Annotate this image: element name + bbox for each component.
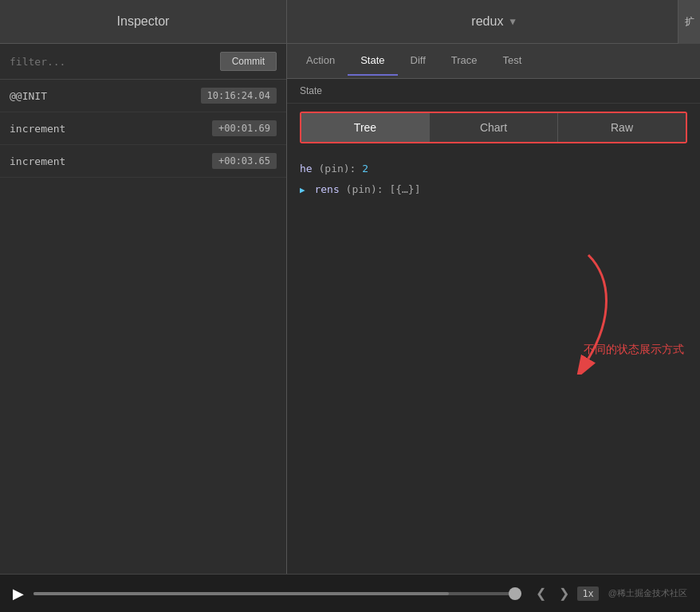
annotation-text: 不同的状态展示方式 [584, 343, 684, 357]
progress-fill [33, 592, 449, 595]
tab-action[interactable]: Action [293, 46, 348, 76]
inspector-title: Inspector [117, 14, 170, 29]
speed-badge[interactable]: 1x [577, 586, 598, 601]
tab-trace[interactable]: Trace [438, 46, 490, 76]
log-name: @@INIT [10, 90, 47, 102]
rens-key: rens [314, 183, 339, 195]
redux-dropdown-arrow[interactable]: ▼ [509, 16, 515, 27]
state-section-label: State [287, 79, 700, 104]
log-time: +00:03.65 [212, 153, 277, 169]
rens-expand-arrow[interactable]: ▶ [300, 185, 305, 195]
log-item[interactable]: increment +00:03.65 [0, 145, 286, 178]
log-time: +00:01.69 [212, 120, 277, 136]
play-button[interactable]: ▶ [13, 585, 24, 602]
tab-diff[interactable]: Diff [398, 46, 438, 76]
state-content: he (pin): 2 ▶ rens (pin): [{…}] [287, 151, 700, 574]
log-name: increment [10, 123, 65, 135]
rens-pin: (pin): [346, 183, 390, 195]
tab-state[interactable]: State [348, 46, 397, 76]
he-pin: (pin): [318, 163, 362, 175]
sub-tab-bar: TreeChartRaw [300, 112, 687, 143]
progress-bar[interactable] [33, 592, 521, 595]
filter-bar: Commit [0, 44, 286, 80]
left-panel: Commit @@INIT 10:16:24.04 increment +00:… [0, 44, 287, 574]
expand-panel-button[interactable]: 扩 [678, 0, 700, 44]
main-content: Commit @@INIT 10:16:24.04 increment +00:… [0, 44, 700, 574]
nav-controls: ❮ ❯ 1x [531, 584, 598, 602]
progress-thumb[interactable] [509, 587, 521, 600]
redux-title: redux [471, 14, 503, 29]
sub-tab-raw[interactable]: Raw [558, 113, 686, 142]
top-bar: Inspector redux ▼ 扩 [0, 0, 700, 44]
nav-prev-button[interactable]: ❮ [531, 584, 551, 602]
watermark: @稀土掘金技术社区 [608, 587, 687, 599]
log-item[interactable]: increment +00:01.69 [0, 112, 286, 145]
annotation-arrow [541, 247, 636, 377]
he-key: he [300, 163, 313, 175]
sub-tab-tree[interactable]: Tree [301, 113, 430, 142]
tab-bar: ActionStateDiffTraceTest [287, 44, 700, 79]
log-name: increment [10, 155, 65, 167]
log-list: @@INIT 10:16:24.04 increment +00:01.69 i… [0, 80, 286, 574]
right-panel: ActionStateDiffTraceTest State TreeChart… [287, 44, 700, 574]
log-item[interactable]: @@INIT 10:16:24.04 [0, 80, 286, 112]
state-line-rens: ▶ rens (pin): [{…}] [300, 182, 687, 198]
filter-input[interactable] [10, 56, 212, 68]
nav-next-button[interactable]: ❯ [554, 584, 574, 602]
redux-section: redux ▼ 扩 [287, 0, 700, 43]
inspector-section: Inspector [0, 0, 287, 43]
state-line-he: he (pin): 2 [300, 161, 687, 177]
rens-value: [{…}] [389, 183, 420, 195]
tab-test[interactable]: Test [490, 46, 535, 76]
commit-button[interactable]: Commit [220, 52, 277, 71]
he-value: 2 [362, 163, 368, 175]
log-time: 10:16:24.04 [201, 88, 277, 104]
bottom-bar: ▶ ❮ ❯ 1x @稀土掘金技术社区 [0, 574, 700, 612]
sub-tab-chart[interactable]: Chart [430, 113, 558, 142]
